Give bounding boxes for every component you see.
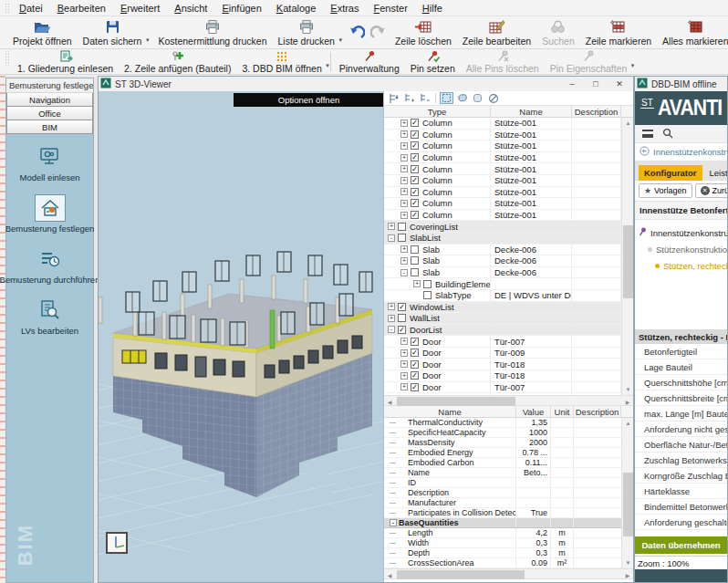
tree-row[interactable]: - Slab Decke-006	[384, 267, 621, 279]
edit-row-button[interactable]: Zeile bearbeiten	[457, 17, 536, 47]
expand-toggle[interactable]: +	[400, 245, 408, 253]
maximize-button[interactable]: □	[584, 78, 608, 91]
property-row[interactable]: Participates in Collision Detection True	[384, 508, 621, 518]
menu-item[interactable]: Bearbeiten	[50, 2, 113, 15]
select-region-icon[interactable]	[471, 92, 484, 104]
open-dbd-bim-button[interactable]: 3. DBD BIM öffnen	[236, 50, 327, 73]
parameter-item[interactable]: Härteklasse	[635, 484, 727, 499]
tree-row[interactable]: + Column Stütze-001	[384, 152, 621, 164]
property-row[interactable]: Embodied Energy 0.78 ...	[384, 448, 621, 458]
visibility-checkbox[interactable]	[411, 211, 419, 219]
expand-toggle[interactable]: +	[400, 177, 408, 184]
tree-row[interactable]: + Column Stütze-001	[384, 175, 621, 187]
tree-row[interactable]: + Slab Decke-006	[384, 245, 621, 256]
toolbar-grip[interactable]	[5, 3, 9, 14]
column-header-value[interactable]: Value	[516, 406, 551, 417]
tree-row[interactable]: + WallList	[384, 313, 621, 325]
expand-toggle[interactable]: -	[388, 326, 395, 333]
visibility-checkbox[interactable]	[411, 188, 419, 196]
expand-toggle[interactable]: +	[400, 200, 408, 207]
column-header-description[interactable]: Description	[572, 106, 621, 117]
search-icon[interactable]	[662, 128, 673, 141]
menu-item[interactable]: Erweitert	[113, 2, 167, 15]
tree-row[interactable]: + Slab Decke-006	[384, 255, 621, 267]
tree-row[interactable]: + Door Tür-007	[384, 336, 621, 348]
tree-row[interactable]: + WindowList	[384, 302, 621, 314]
scroll-left-arrow[interactable]	[384, 569, 395, 580]
expand-toggle[interactable]: +	[400, 349, 408, 357]
tree-row[interactable]: + Column Stütze-001	[384, 198, 621, 210]
sidebar-tab-bim[interactable]: BIM	[6, 120, 93, 134]
tree-row[interactable]: + Door Tür-018	[384, 359, 621, 370]
visibility-checkbox[interactable]	[411, 199, 419, 207]
property-row[interactable]: SpecificHeatCapacity 1000	[384, 428, 621, 438]
visibility-checkbox[interactable]	[423, 291, 432, 299]
visibility-checkbox[interactable]	[398, 223, 406, 231]
expand-toggle[interactable]: -	[400, 269, 408, 276]
dbd-titlebar[interactable]: DBD-BIM offline	[635, 77, 727, 91]
expand-toggle[interactable]: +	[400, 188, 408, 195]
select-lasso-icon[interactable]	[455, 92, 469, 104]
expand-toggle[interactable]: +	[400, 120, 408, 127]
tree-row[interactable]: + Column Stütze-001	[384, 130, 621, 141]
property-row[interactable]: Depth 0,3 m	[384, 548, 621, 558]
expand-toggle[interactable]: -	[388, 234, 395, 242]
visibility-checkbox[interactable]	[411, 119, 419, 127]
expand-toggle[interactable]: +	[400, 338, 408, 345]
visibility-checkbox[interactable]	[398, 234, 406, 242]
column-header-name[interactable]: Name	[491, 106, 572, 117]
parameter-item[interactable]: Querschnittsbreite [cm] E	[635, 390, 727, 406]
pin-set-button[interactable]: Pin setzen	[405, 50, 461, 73]
tree-row[interactable]: + Door Tür-007	[384, 382, 621, 394]
menu-item[interactable]: Fenster	[366, 2, 414, 15]
menu-icon[interactable]	[642, 130, 653, 138]
tree-row[interactable]: - DoorList	[384, 325, 621, 337]
tree-row[interactable]: + Column Stütze-001	[384, 187, 621, 199]
parameter-item[interactable]: Korngröße Zuschlag Beto	[635, 468, 727, 484]
menu-item[interactable]: Kataloge	[269, 2, 323, 15]
expand-toggle[interactable]: +	[400, 154, 408, 161]
parameter-item[interactable]: Betonfertigteil	[635, 344, 727, 359]
tree-row[interactable]: SlabType DE | WDVS unter Dec...	[384, 290, 621, 302]
visibility-checkbox[interactable]	[398, 303, 406, 311]
tree-row[interactable]: + Column Stütze-001	[384, 141, 621, 152]
dbd-tree-node[interactable]: Stützenkonstruktion	[639, 241, 727, 257]
append-row-button[interactable]: 2. Zeile anfügen (Bauteil)	[119, 50, 236, 73]
expand-toggle[interactable]: -	[390, 519, 397, 526]
options-open-button[interactable]: Optionen öffnen	[234, 93, 384, 107]
sidebar-tab-office[interactable]: Office	[6, 107, 93, 120]
visibility-checkbox[interactable]	[411, 176, 419, 184]
scroll-right-arrow[interactable]	[622, 396, 633, 407]
parameter-item[interactable]: Bindemittel Betonwerkst	[635, 499, 727, 515]
parameter-item[interactable]: Anforderung geschalte Be	[635, 515, 727, 530]
scroll-right-arrow[interactable]	[622, 569, 633, 580]
tab-leistung[interactable]: Leistung	[704, 165, 728, 181]
menu-item[interactable]: Datei	[12, 2, 50, 15]
visibility-checkbox[interactable]	[411, 371, 419, 380]
sidebar-item-modell-einlesen[interactable]: Modell einlesen	[19, 143, 79, 182]
properties-horizontal-scrollbar[interactable]	[384, 568, 633, 579]
properties-vertical-scrollbar[interactable]	[621, 418, 633, 568]
scroll-up-arrow[interactable]	[622, 118, 633, 129]
expand-toggle[interactable]: +	[388, 303, 395, 310]
redo-button[interactable]	[368, 17, 390, 47]
property-row[interactable]: - BaseQuantities	[384, 518, 621, 528]
viewport-3d[interactable]: Optionen öffnen	[99, 91, 384, 582]
mark-all-button[interactable]: Alles markieren	[657, 17, 728, 47]
parameter-item[interactable]: Anforderung nicht gescha	[635, 422, 727, 437]
menu-item[interactable]: Ansicht	[167, 2, 214, 15]
tree-horizontal-scrollbar[interactable]	[384, 395, 633, 406]
close-button[interactable]: ✕	[608, 78, 631, 91]
sidebar-item-bemusterung-durchfuehren[interactable]: Bemusterung durchführen	[0, 245, 99, 285]
back-circle-icon[interactable]	[640, 146, 650, 158]
select-rectangle-icon[interactable]	[440, 92, 453, 104]
tree-row[interactable]: + CoveringList	[384, 221, 621, 233]
scroll-down-arrow[interactable]	[622, 384, 633, 395]
print-list-button[interactable]: Liste drucken	[272, 17, 339, 47]
visibility-checkbox[interactable]	[411, 130, 419, 139]
toolbar-grip[interactable]	[5, 50, 9, 67]
sidebar-item-lvs-bearbeiten[interactable]: LVs bearbeiten	[21, 297, 78, 336]
property-row[interactable]: CrossSectionArea 0.09 m²	[384, 558, 621, 568]
pin-admin-button[interactable]: Pinverwaltung	[334, 50, 405, 73]
tab-konfigurator[interactable]: Konfigurator	[639, 165, 702, 181]
